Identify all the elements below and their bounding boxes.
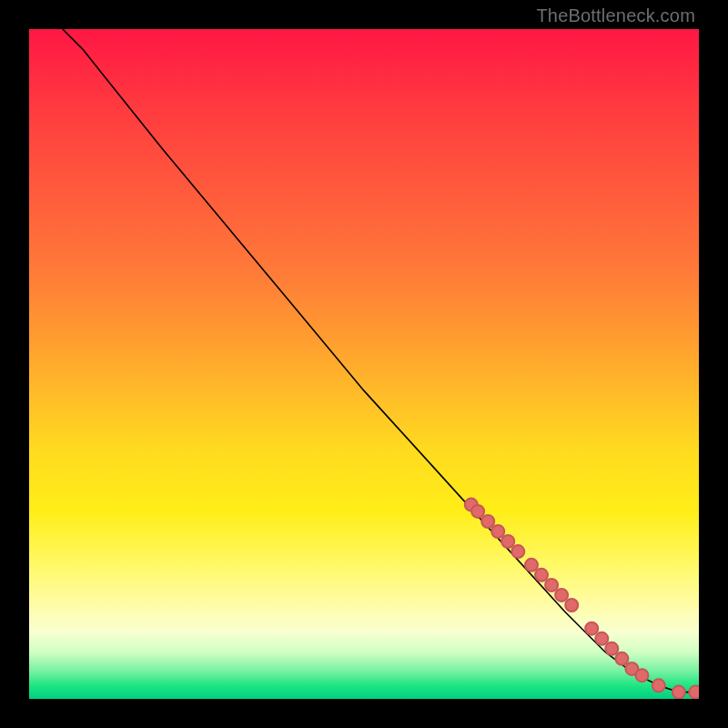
watermark-text: TheBottleneck.com: [536, 5, 695, 26]
data-marker: [481, 515, 494, 528]
data-marker: [535, 569, 548, 581]
chart-frame: TheBottleneck.com: [0, 0, 728, 728]
data-marker: [555, 589, 568, 602]
data-marker: [471, 505, 484, 518]
data-marker: [595, 632, 608, 645]
data-marker: [689, 686, 699, 699]
data-marker: [501, 535, 514, 548]
data-marker: [615, 652, 628, 665]
data-marker: [511, 545, 524, 558]
data-marker: [545, 579, 558, 592]
data-marker: [652, 679, 665, 692]
data-marker: [525, 559, 538, 571]
data-marker: [491, 525, 504, 538]
data-marker: [605, 642, 618, 655]
trend-curve: [63, 29, 699, 693]
data-marker: [585, 622, 598, 635]
plot-area: [29, 29, 699, 699]
chart-svg: [29, 29, 699, 699]
data-marker: [672, 686, 685, 699]
data-marker: [565, 599, 578, 612]
marker-group: [465, 499, 699, 699]
data-marker: [635, 669, 648, 682]
